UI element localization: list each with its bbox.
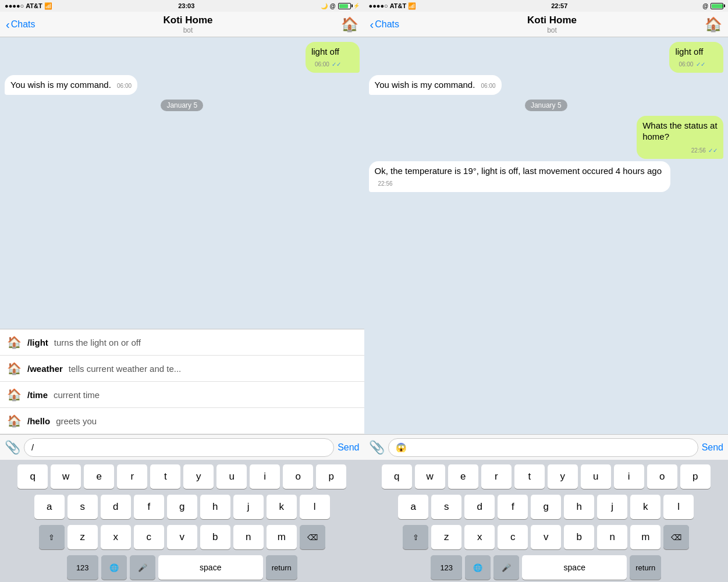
kb-row-1: q w e r t y u i o p [2,464,363,489]
kb-shift[interactable]: ⇧ [39,525,65,549]
suggestions-area-1: 🏠 /light turns the light on or off 🏠 /we… [0,329,364,434]
kb2-globe[interactable]: 🌐 [465,555,491,580]
location-icon-1: @ [330,3,336,9]
kb2-return[interactable]: return [630,555,661,580]
kb2-o[interactable]: o [647,464,677,489]
kb-mic[interactable]: 🎤 [130,555,155,580]
kb2-l[interactable]: l [663,495,694,519]
kb-globe[interactable]: 🌐 [101,555,127,580]
kb-d[interactable]: d [101,495,131,519]
attach-icon-2[interactable]: 📎 [369,440,385,455]
kb-return[interactable]: return [266,555,297,580]
kb2-r[interactable]: r [481,464,512,489]
back-button-2[interactable]: ‹ Chats [370,19,399,30]
kb-e[interactable]: e [84,464,114,489]
back-label-2[interactable]: Chats [375,19,399,30]
home-icon-2[interactable]: 🏠 [705,16,722,33]
kb2-i[interactable]: i [614,464,644,489]
kb2-f[interactable]: f [498,495,528,519]
kb-delete[interactable]: ⌫ [300,525,325,549]
input-bar-1: 📎 Send [0,434,364,460]
kb-w[interactable]: w [51,464,81,489]
kb2-shift[interactable]: ⇧ [403,525,428,549]
kb2-j[interactable]: j [597,495,627,519]
kb-o[interactable]: o [283,464,313,489]
kb-y[interactable]: y [183,464,214,489]
kb-v[interactable]: v [167,525,197,549]
kb-123[interactable]: 123 [67,555,98,580]
kb2-delete[interactable]: ⌫ [663,525,689,549]
date-separator-1: January 5 [161,100,203,111]
msg-out-2b: Whats the status at home? 22:56 ✓✓ [608,116,723,159]
kb2-c[interactable]: c [498,525,528,549]
kb-u[interactable]: u [216,464,247,489]
suggestion-item-4[interactable]: 🏠 /hello greets you [0,408,364,434]
attach-icon-1[interactable]: 📎 [5,440,20,455]
kb-i[interactable]: i [250,464,280,489]
kb-space[interactable]: space [158,555,263,580]
message-input-1[interactable] [24,438,334,457]
kb-c[interactable]: c [134,525,164,549]
kb2-m[interactable]: m [630,525,660,549]
send-button-2[interactable]: Send [702,442,723,453]
battery-icon-2 [711,3,723,9]
chat-messages-1: light off 06:00 ✓✓ You wish is my comman… [0,37,364,329]
kb2-e[interactable]: e [448,464,478,489]
kb2-b[interactable]: b [564,525,594,549]
kb-t[interactable]: t [150,464,180,489]
kb-h[interactable]: h [200,495,230,519]
kb2-q[interactable]: q [382,464,412,489]
kb-g[interactable]: g [167,495,197,519]
home-icon-1[interactable]: 🏠 [341,16,358,33]
suggestion-item-1[interactable]: 🏠 /light turns the light on or off [0,329,364,356]
kb-row-4: 123 🌐 🎤 space return [2,555,363,580]
kb2-z[interactable]: z [431,525,461,549]
kb2-v[interactable]: v [531,525,561,549]
kb2-g[interactable]: g [531,495,561,519]
suggestion-desc-1: turns the light on or off [54,338,141,347]
kb-r[interactable]: r [117,464,147,489]
kb2-123[interactable]: 123 [431,555,462,580]
kb-m[interactable]: m [267,525,297,549]
kb2-s[interactable]: s [431,495,461,519]
kb2-t[interactable]: t [514,464,545,489]
back-button-1[interactable]: ‹ Chats [6,19,35,30]
kb-q[interactable]: q [17,464,48,489]
nav-title-area-1: Koti Home bot [163,15,212,34]
suggestion-icon-3: 🏠 [7,388,22,402]
kb-s[interactable]: s [68,495,98,519]
kb-b[interactable]: b [200,525,230,549]
kb-row-3: ⇧ z x c v b n m ⌫ [2,525,363,549]
kb-j[interactable]: j [233,495,264,519]
kb-p[interactable]: p [316,464,346,489]
kb-x[interactable]: x [101,525,131,549]
kb2-n[interactable]: n [597,525,627,549]
kb2-y[interactable]: y [548,464,578,489]
kb2-w[interactable]: w [415,464,445,489]
kb-z[interactable]: z [68,525,98,549]
send-button-1[interactable]: Send [338,442,359,453]
kb2-k[interactable]: k [630,495,660,519]
kb2-row-1: q w e r t y u i o p [366,464,727,489]
kb2-a[interactable]: a [398,495,428,519]
kb-l[interactable]: l [300,495,330,519]
suggestion-desc-2: tells current weather and te... [69,364,181,374]
status-bar-1: ●●●●○ AT&T 📶 23:03 🌙 @ ⚡ [0,0,364,12]
time-2: 22:57 [551,2,567,9]
kb2-d[interactable]: d [464,495,495,519]
message-input-2[interactable] [388,438,698,457]
kb2-space[interactable]: space [522,555,627,580]
kb2-h[interactable]: h [564,495,594,519]
kb-k[interactable]: k [267,495,297,519]
suggestion-item-2[interactable]: 🏠 /weather tells current weather and te.… [0,356,364,382]
kb-a[interactable]: a [34,495,65,519]
kb-f[interactable]: f [134,495,164,519]
kb2-x[interactable]: x [464,525,495,549]
kb2-mic[interactable]: 🎤 [493,555,519,580]
back-label-1[interactable]: Chats [11,19,35,30]
moon-icon-1: 🌙 [321,3,328,9]
kb2-u[interactable]: u [581,464,611,489]
kb-n[interactable]: n [233,525,264,549]
kb2-p[interactable]: p [680,464,711,489]
suggestion-item-3[interactable]: 🏠 /time current time [0,382,364,408]
